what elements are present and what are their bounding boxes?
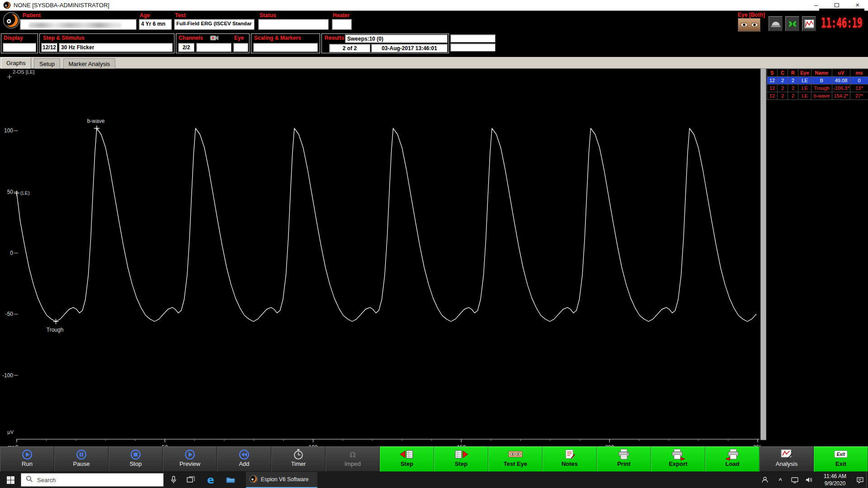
tab-graphs[interactable]: Graphs <box>1 57 31 69</box>
analysis-icon <box>760 447 813 461</box>
marker-table-cell[interactable]: 27* <box>850 92 868 100</box>
dome-stimulator-button[interactable] <box>769 16 783 31</box>
graph-area: 050100150200250-100-50050100µVmsb-waveTr… <box>0 69 868 446</box>
windows-taskbar: Search e Espion V6 Software ^ 11:4 <box>0 472 868 488</box>
patient-field[interactable] <box>20 19 137 30</box>
channels-eye-field[interactable] <box>233 43 248 52</box>
export-icon <box>651 447 705 461</box>
action-center-icon[interactable] <box>854 472 866 488</box>
heater-field[interactable] <box>332 19 352 30</box>
eye-camera-image[interactable] <box>738 18 760 32</box>
marker-table-cell[interactable]: -106.3* <box>832 84 850 92</box>
step-back-button[interactable]: Step <box>380 446 434 472</box>
svg-text:Exit: Exit <box>837 452 845 457</box>
marker-table-cell[interactable]: Trough <box>811 84 832 92</box>
hidden-icons-chevron[interactable]: ^ <box>772 472 788 488</box>
scaling-markers-group: Scaling & Markers <box>251 33 320 53</box>
patient-header-panel: Patient Age 4 Yr 6 mn Test Full-Field ER… <box>0 11 868 57</box>
marker-table-cell[interactable]: 12 <box>767 92 778 100</box>
export-button[interactable]: Export <box>651 446 705 472</box>
show-desktop-button[interactable] <box>866 472 868 488</box>
channels-field-2[interactable] <box>196 43 231 52</box>
marker-table-cell[interactable]: 2 <box>788 84 798 92</box>
tab-mar ker-analysis[interactable]: Marker Analysis <box>63 58 116 69</box>
taskbar-active-app[interactable]: Espion V6 Software <box>246 472 317 488</box>
test-field[interactable]: Full-Field ERG (ISCEV Standar <box>174 19 255 30</box>
taskbar-clock[interactable]: 11:46 AM 9/9/2020 <box>816 473 854 487</box>
results-label: Results <box>325 35 344 41</box>
aux-field-1[interactable] <box>450 34 495 42</box>
marker-table-cell[interactable]: LE <box>798 84 811 92</box>
dome-icon <box>770 18 782 30</box>
marker-table-cell[interactable]: 2 <box>788 92 798 100</box>
edge-icon[interactable]: e <box>203 472 219 488</box>
people-icon[interactable] <box>757 472 773 488</box>
task-view-icon[interactable] <box>183 472 199 488</box>
sweeps-field[interactable]: Sweeps:10 (0) <box>345 34 448 43</box>
timer-button[interactable]: Timer <box>271 446 326 472</box>
print-button[interactable]: Print <box>597 446 651 472</box>
splitter-handle[interactable] <box>760 69 766 440</box>
marker-table-cell[interactable]: 2 <box>778 84 788 92</box>
marker-table-cell[interactable]: B <box>811 77 832 84</box>
marker-table-cell[interactable]: 2 <box>778 77 788 84</box>
scaling-field[interactable] <box>253 43 318 52</box>
volume-icon[interactable] <box>801 472 817 488</box>
step-forward-button[interactable]: Step <box>434 446 488 472</box>
status-field[interactable] <box>258 19 329 30</box>
channels-field[interactable]: 2/2 <box>178 43 194 52</box>
marker-table-cell[interactable]: LE <box>798 77 811 84</box>
exit-icon: Exit <box>814 447 868 461</box>
pause-button[interactable]: Pause <box>54 446 108 472</box>
toolbar-button-label: Step <box>380 460 434 467</box>
aux-field-2[interactable] <box>450 43 495 52</box>
scaling-markers-label: Scaling & Markers <box>254 35 301 41</box>
marker-table-cell[interactable]: LE <box>798 92 811 100</box>
taskbar-search[interactable]: Search <box>21 473 164 487</box>
marker-table-cell[interactable]: 2 <box>778 92 788 100</box>
impedance-button[interactable]: ΩImped <box>326 446 380 472</box>
display-field[interactable] <box>3 43 36 52</box>
marker-table-row[interactable]: 1222LETrough-106.3*13* <box>767 84 868 92</box>
erg-waveform-chart[interactable]: 050100150200250-100-50050100µVmsb-waveTr… <box>0 69 760 446</box>
add-button[interactable]: Add <box>217 446 271 472</box>
electrode-montage-button[interactable] <box>785 16 799 31</box>
notes-button[interactable]: Notes <box>542 446 597 472</box>
age-field[interactable]: 4 Yr 6 mn <box>139 19 172 30</box>
tab-setup[interactable]: Setup <box>34 58 60 69</box>
stimulus-field[interactable]: 30 Hz Flicker <box>59 43 173 52</box>
marker-table-cell[interactable]: 49.08 <box>832 77 850 84</box>
toolbar-button-label: Load <box>706 460 759 467</box>
marker-table-row[interactable]: 1222LEb-wave154.2*27* <box>767 92 868 100</box>
marker-table-cell[interactable]: b-wave <box>811 92 832 100</box>
stop-button[interactable]: Stop <box>108 446 163 472</box>
marker-table-cell[interactable]: 12 <box>767 77 778 84</box>
marker-table-cell[interactable]: 2 <box>788 77 798 84</box>
microphone-icon[interactable] <box>165 472 182 488</box>
marker-table-cell[interactable]: 0 <box>850 77 868 84</box>
page-field[interactable]: 2 of 2 <box>329 44 370 52</box>
test-eye-button[interactable]: Test Eye <box>488 446 542 472</box>
step-field[interactable]: 12/12 <box>41 43 57 52</box>
pinned-app-icon[interactable] <box>222 472 239 488</box>
exit-button[interactable]: ExitExit <box>814 446 868 472</box>
network-icon[interactable] <box>787 472 803 488</box>
marker-table-cell[interactable]: 12 <box>767 84 778 92</box>
marker-table-header-uv: uV <box>832 69 850 77</box>
display-group: Display <box>1 33 38 53</box>
timestamp-field[interactable]: 03-Aug-2017 13:46:01 <box>371 44 448 52</box>
marker-table-cell[interactable]: 13* <box>850 84 868 92</box>
toolbar-button-label: Stop <box>109 460 162 467</box>
espion-taskbar-icon <box>250 475 258 484</box>
load-button[interactable]: Load <box>705 446 760 472</box>
marker-table-cell[interactable]: 154.2* <box>832 92 850 100</box>
marker-table-row[interactable]: 1222LEB49.080 <box>767 77 868 84</box>
svg-text:Ω: Ω <box>349 450 356 459</box>
start-button[interactable] <box>0 472 21 488</box>
waveform-monitor-button[interactable] <box>802 16 816 31</box>
run-button[interactable]: Run <box>0 446 54 472</box>
status-label: Status <box>259 12 276 19</box>
analysis-button[interactable]: Analysis <box>760 446 814 472</box>
preview-button[interactable]: Preview <box>163 446 217 472</box>
pause-icon <box>55 447 108 461</box>
